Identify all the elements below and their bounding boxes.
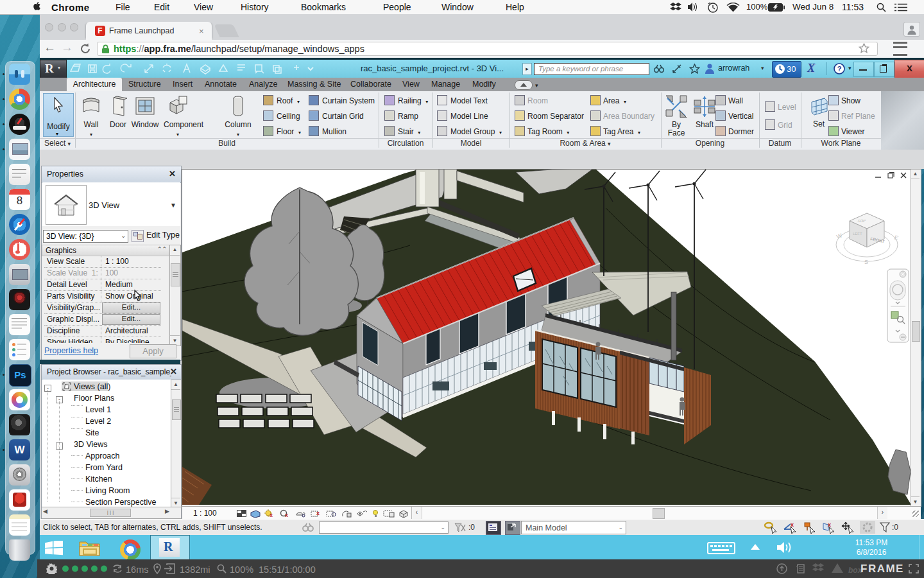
- svg-text:W: W: [835, 232, 843, 240]
- svg-text:x: x: [316, 510, 320, 516]
- svg-text:x: x: [285, 512, 288, 518]
- svg-text:?: ?: [837, 65, 842, 73]
- svg-text:E: E: [893, 234, 899, 241]
- svg-text:x: x: [270, 512, 273, 518]
- svg-text:S: S: [864, 259, 868, 265]
- svg-text:LEFT: LEFT: [853, 232, 862, 236]
